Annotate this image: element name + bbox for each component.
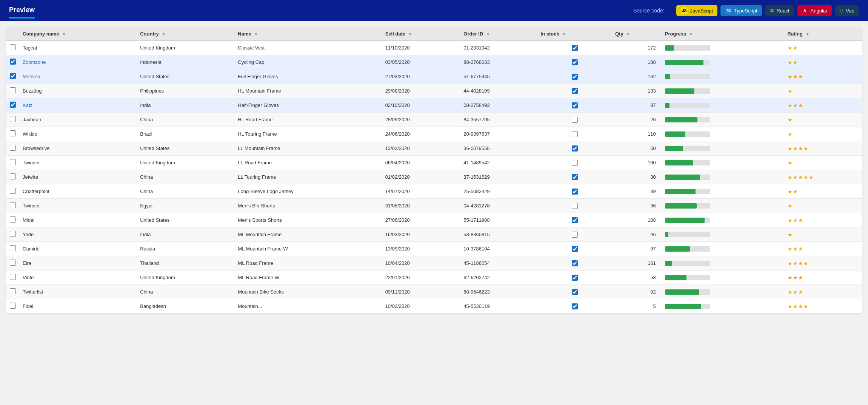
vue-button[interactable]: ▽ Vue [835,5,859,16]
row-order-id: 84-3557705 [460,113,537,127]
row-in-stock [538,184,612,199]
in-stock-checkbox[interactable] [572,260,578,266]
row-in-stock [538,141,612,156]
row-checkbox[interactable] [10,288,16,294]
in-stock-checkbox[interactable] [572,303,578,309]
header-in-stock[interactable]: In stock ▼ [538,27,612,41]
row-checkbox[interactable] [10,145,16,151]
row-checkbox[interactable] [10,202,16,208]
row-qty: 58 [612,271,662,285]
row-order-id: 04-4281278 [460,199,537,213]
row-order-id: 01-2331942 [460,41,537,55]
row-checkbox[interactable] [10,231,16,237]
row-rating: ★★★ [785,98,862,113]
row-in-stock [538,127,612,141]
table-row: CamidoRussiaML Mountain Frame-W13/09/202… [6,242,862,256]
in-stock-checkbox[interactable] [572,289,578,295]
row-checkbox[interactable] [10,245,16,251]
row-qty: 97 [612,242,662,256]
vue-label: Vue [846,8,854,14]
in-stock-checkbox[interactable] [572,59,578,65]
row-progress [662,70,785,84]
row-checkbox[interactable] [10,87,16,93]
in-stock-checkbox[interactable] [572,232,578,238]
header-country[interactable]: Country ▼ [137,27,235,41]
row-checkbox[interactable] [10,130,16,136]
row-sell-date: 31/08/2020 [382,199,461,213]
js-button[interactable]: JS JavaScript [676,5,717,16]
row-name: Men's Sports Shorts [235,213,382,227]
row-rating: ★★★ [785,285,862,299]
row-company: Jaxbean [20,113,137,127]
header-progress[interactable]: Progress ▼ [662,27,785,41]
row-order-id: 88-9646223 [460,285,537,299]
app-container: Preview Source code: JS JavaScript TS Ty… [0,0,868,314]
in-stock-checkbox[interactable] [572,131,578,137]
in-stock-checkbox[interactable] [572,117,578,123]
row-checkbox[interactable] [10,59,16,65]
row-in-stock [538,256,612,271]
row-company: Tagcat [20,41,137,55]
header-order-id[interactable]: Order ID ▼ [460,27,537,41]
row-company: Vinte [20,271,137,285]
row-in-stock [538,41,612,55]
row-checkbox[interactable] [10,73,16,79]
row-checkbox[interactable] [10,159,16,165]
row-order-id: 45-1186054 [460,256,537,271]
react-label: React [777,8,790,14]
ts-icon: TS [725,7,732,14]
in-stock-checkbox[interactable] [572,275,578,281]
in-stock-checkbox[interactable] [572,174,578,180]
table-row: ChatterpointChinaLong-Sleeve Logo Jersey… [6,184,862,199]
header-company[interactable]: Company name ▼ [20,27,137,41]
row-name: LL Touring Frame [235,170,382,184]
in-stock-checkbox[interactable] [572,203,578,209]
row-checkbox[interactable] [10,260,16,266]
row-order-id: 41-1489542 [460,156,537,170]
row-checkbox[interactable] [10,216,16,223]
row-in-stock [538,113,612,127]
header-sell-date[interactable]: Sell date ▼ [382,27,461,41]
in-stock-checkbox[interactable] [572,45,578,51]
row-rating: ★ [785,156,862,170]
row-checkbox[interactable] [10,188,16,194]
in-stock-checkbox[interactable] [572,102,578,108]
table-row: WikidoBrazilHL Touring Frame24/06/202020… [6,127,862,141]
row-company: Fidel [20,299,137,314]
app-title: Preview [9,6,35,15]
row-country: Philippines [137,84,235,98]
in-stock-checkbox[interactable] [572,88,578,94]
header-qty[interactable]: Qty ▼ [612,27,662,41]
in-stock-checkbox[interactable] [572,246,578,252]
header-rating[interactable]: Rating ▼ [785,27,862,41]
row-checkbox[interactable] [10,173,16,179]
row-checkbox[interactable] [10,274,16,280]
row-country: China [137,184,235,199]
header-name[interactable]: Name ▼ [235,27,382,41]
row-in-stock [538,285,612,299]
row-qty: 108 [612,213,662,227]
in-stock-checkbox[interactable] [572,189,578,195]
row-rating: ★★★★ [785,299,862,314]
row-qty: 96 [612,199,662,213]
table-row: MeeveoUnited StatesFull-Finger Gloves27/… [6,70,862,84]
row-name: Men's Bib-Shorts [235,199,382,213]
ts-button[interactable]: TS TypeScript [720,5,762,16]
row-checkbox[interactable] [10,44,16,50]
row-checkbox[interactable] [10,102,16,108]
in-stock-checkbox[interactable] [572,74,578,80]
row-name: Half-Finger Gloves [235,98,382,113]
row-checkbox[interactable] [10,303,16,309]
react-button[interactable]: ⚛ React [765,5,794,16]
row-company: Meeveo [20,70,137,84]
angular-button[interactable]: A Angular [797,5,832,16]
row-checkbox[interactable] [10,116,16,122]
in-stock-checkbox[interactable] [572,145,578,151]
in-stock-checkbox[interactable] [572,160,578,166]
row-rating: ★★★★★ [785,170,862,184]
header: Preview Source code: JS JavaScript TS Ty… [0,0,868,21]
in-stock-checkbox[interactable] [572,217,578,223]
row-country: United States [137,213,235,227]
table-row: BuzzdogPhilippinesHL Mountain Frame29/08… [6,84,862,98]
row-checkbox-cell [6,113,20,127]
